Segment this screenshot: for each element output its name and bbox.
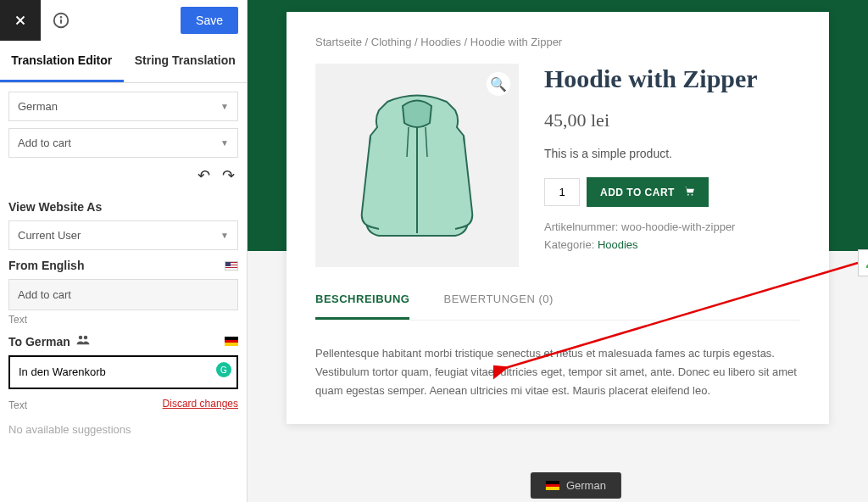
product-meta: Artikelnummer: woo-hoodie-with-zipper Ka…	[544, 219, 800, 254]
zoom-icon[interactable]: 🔍	[487, 72, 510, 96]
quantity-input[interactable]	[544, 178, 580, 206]
language-select-value: German	[18, 100, 58, 113]
edit-pencil-button[interactable]	[858, 249, 868, 276]
product-short-description: This is a simple product.	[544, 147, 800, 160]
de-flag-icon	[546, 481, 559, 490]
grammarly-icon[interactable]: G	[216, 362, 231, 377]
caret-icon: ▼	[220, 102, 229, 111]
close-button[interactable]	[0, 0, 41, 41]
redo-icon[interactable]: ↷	[222, 166, 235, 185]
language-switcher-label: German	[566, 479, 606, 492]
svg-point-2	[61, 17, 62, 18]
tab-translation-editor[interactable]: Translation Editor	[0, 41, 124, 82]
from-label-text: From English	[8, 259, 84, 272]
source-text-box: Add to cart	[8, 279, 238, 310]
product-long-description: Pellentesque habitant morbi tristique se…	[315, 344, 800, 400]
view-as-select[interactable]: Current User ▼	[8, 220, 238, 250]
us-flag-icon	[225, 261, 238, 271]
svg-point-3	[79, 336, 83, 340]
cart-icon	[683, 186, 695, 198]
translation-sidebar: Save Translation Editor String Translati…	[0, 0, 248, 502]
product-tabs: BESCHREIBUNG BEWERTUNGEN (0)	[315, 293, 800, 321]
translation-input[interactable]: In den Warenkorb	[8, 355, 238, 389]
tab-string-translation[interactable]: String Translation	[124, 41, 248, 82]
category-label: Kategorie:	[544, 238, 594, 251]
svg-point-4	[84, 336, 88, 340]
svg-point-7	[692, 194, 693, 196]
to-label-text: To German	[8, 335, 70, 349]
add-to-cart-label: ADD TO CART	[600, 187, 675, 198]
from-language-label: From English	[8, 259, 238, 272]
add-to-cart-button[interactable]: ADD TO CART	[587, 177, 709, 207]
string-select[interactable]: Add to cart ▼	[8, 128, 238, 158]
language-select[interactable]: German ▼	[8, 92, 238, 121]
suggestions-text: No available suggestions	[8, 423, 238, 436]
svg-point-6	[687, 194, 689, 196]
tab-reviews[interactable]: BEWERTUNGEN (0)	[443, 293, 553, 320]
to-type-label: Text	[8, 399, 27, 411]
preview-pane: Startseite / Clothing / Hoodies / Hoodie…	[248, 0, 868, 502]
caret-icon: ▼	[220, 231, 229, 240]
people-icon	[75, 334, 91, 349]
product-price: 45,00 lei	[544, 109, 800, 131]
sku-label: Artikelnummer:	[544, 220, 618, 233]
discard-changes-link[interactable]: Discard changes	[163, 398, 238, 410]
save-button[interactable]: Save	[181, 7, 238, 34]
product-image: 🔍	[315, 64, 519, 267]
view-as-value: Current User	[18, 229, 81, 242]
product-title: Hoodie with Zipper	[544, 64, 800, 94]
to-language-label: To German	[8, 334, 238, 349]
undo-icon[interactable]: ↶	[198, 166, 210, 185]
string-select-value: Add to cart	[18, 137, 71, 149]
from-type-label: Text	[8, 314, 238, 326]
language-switcher[interactable]: German	[531, 472, 621, 499]
info-button[interactable]	[41, 0, 81, 41]
view-as-label: View Website As	[8, 200, 238, 214]
category-link[interactable]: Hoodies	[598, 238, 638, 251]
product-card: Startseite / Clothing / Hoodies / Hoodie…	[287, 12, 829, 424]
editor-tabs: Translation Editor String Translation	[0, 41, 247, 83]
top-bar: Save	[0, 0, 247, 41]
hoodie-illustration	[345, 85, 489, 246]
breadcrumb[interactable]: Startseite / Clothing / Hoodies / Hoodie…	[315, 36, 800, 48]
caret-icon: ▼	[220, 138, 229, 148]
de-flag-icon	[225, 337, 238, 346]
tab-description[interactable]: BESCHREIBUNG	[315, 293, 409, 320]
sku-value: woo-hoodie-with-zipper	[621, 220, 735, 233]
